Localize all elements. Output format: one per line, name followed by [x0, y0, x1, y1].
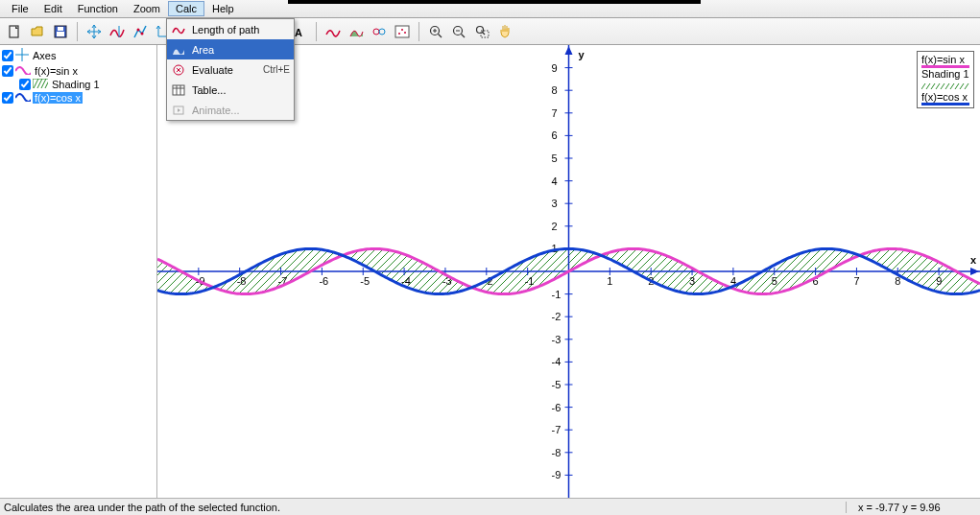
- function-tree: Axesf(x)=sin xShading 1f(x)=cos x: [0, 45, 157, 498]
- tree-checkbox[interactable]: [2, 50, 13, 61]
- animate-icon: [171, 103, 186, 118]
- x-tick-label: 3: [689, 275, 695, 287]
- menu-item-label: Area: [192, 44, 284, 56]
- menu-item-label: Table...: [192, 84, 284, 96]
- sine-blue-icon: [15, 92, 31, 104]
- path-icon: [171, 22, 186, 37]
- y-tick-label: -4: [552, 356, 562, 367]
- tree-checkbox[interactable]: [19, 79, 31, 90]
- y-axis-label: y: [579, 49, 586, 60]
- toolbar: A: [0, 18, 980, 45]
- svg-point-27: [379, 29, 385, 35]
- menu-item-table-[interactable]: Table...: [167, 80, 294, 100]
- menu-item-label: Animate...: [192, 105, 284, 116]
- tb-axes-move[interactable]: [84, 21, 105, 42]
- x-tick-label: 1: [607, 275, 612, 287]
- menu-function[interactable]: Function: [70, 1, 126, 16]
- area-icon: [171, 42, 186, 58]
- menu-item-area[interactable]: Area: [167, 39, 294, 59]
- hatch-icon: [33, 79, 48, 90]
- x-tick-label: 7: [853, 275, 859, 287]
- legend-item: f(x)=cos x: [921, 91, 969, 105]
- statusbar: Calculates the area under the path of th…: [0, 498, 980, 515]
- tb-zoom-in[interactable]: [425, 21, 446, 42]
- title-bar-fragment: [288, 0, 701, 4]
- menu-item-label: Evaluate: [192, 64, 257, 76]
- tree-checkbox[interactable]: [2, 65, 13, 77]
- x-tick-label: -1: [525, 275, 535, 287]
- menu-item-evaluate[interactable]: EvaluateCtrl+E: [167, 59, 294, 80]
- svg-point-15: [141, 32, 144, 35]
- tb-fit[interactable]: [130, 21, 151, 42]
- toolbar-separator: [77, 22, 78, 41]
- legend-item: f(x)=sin x: [921, 54, 969, 68]
- tb-series[interactable]: [392, 21, 413, 42]
- menu-item-label: Length of path: [192, 24, 284, 35]
- x-tick-label: -6: [319, 275, 328, 287]
- tb-zoom-out[interactable]: [448, 21, 469, 42]
- menu-calc[interactable]: Calc: [168, 1, 204, 16]
- menu-item-animate-: Animate...: [167, 100, 294, 120]
- tb-relation[interactable]: [369, 21, 390, 42]
- menu-item-shortcut: Ctrl+E: [263, 64, 290, 75]
- y-tick-label: 3: [552, 198, 558, 209]
- tb-trace[interactable]: [107, 21, 128, 42]
- tree-label: f(x)=sin x: [33, 65, 80, 77]
- tb-new[interactable]: [4, 21, 25, 42]
- tb-insert-func[interactable]: [323, 21, 344, 42]
- tb-zoom-window[interactable]: [471, 21, 492, 42]
- svg-point-31: [404, 32, 406, 34]
- legend-item: Shading 1: [921, 68, 969, 91]
- x-axis-label: x: [970, 254, 977, 266]
- tree-item-axes[interactable]: Axes: [2, 47, 155, 64]
- tree-checkbox[interactable]: [2, 92, 13, 104]
- x-tick-label: -5: [360, 275, 370, 287]
- y-tick-label: -3: [552, 334, 562, 345]
- svg-marker-46: [565, 46, 573, 55]
- menu-zoom[interactable]: Zoom: [126, 1, 168, 16]
- y-tick-label: -8: [552, 447, 562, 458]
- svg-point-39: [477, 26, 484, 33]
- tree-label: f(x)=cos x: [33, 92, 83, 104]
- svg-point-14: [137, 28, 140, 31]
- tree-item-f-x-cos-x[interactable]: f(x)=cos x: [2, 91, 155, 105]
- calc-menu-dropdown: Length of pathAreaEvaluateCtrl+ETable...…: [166, 18, 295, 121]
- y-tick-label: 7: [552, 107, 558, 119]
- svg-rect-1: [173, 85, 184, 95]
- y-tick-label: 8: [552, 84, 558, 96]
- x-tick-label: 5: [772, 275, 777, 287]
- tree-item-shading-1[interactable]: Shading 1: [2, 78, 155, 91]
- menu-item-length-of-path[interactable]: Length of path: [167, 19, 294, 39]
- tree-item-f-x-sin-x[interactable]: f(x)=sin x: [2, 64, 155, 78]
- tb-save[interactable]: [50, 21, 71, 42]
- menu-file[interactable]: File: [4, 1, 36, 16]
- y-tick-label: 6: [552, 129, 558, 141]
- svg-rect-10: [58, 27, 63, 31]
- table-icon: [171, 82, 186, 98]
- y-tick-label: -2: [552, 311, 562, 322]
- sine-pink-icon: [15, 65, 31, 77]
- toolbar-separator: [418, 22, 419, 41]
- tb-pan[interactable]: [494, 21, 515, 42]
- tb-shade[interactable]: [346, 21, 367, 42]
- y-tick-label: -5: [552, 379, 562, 390]
- tree-label: Shading 1: [50, 79, 102, 90]
- menubar: FileEditFunctionZoomCalcHelp: [0, 0, 980, 18]
- svg-line-37: [462, 34, 466, 37]
- svg-point-26: [373, 29, 379, 35]
- tb-open[interactable]: [27, 21, 48, 42]
- menu-edit[interactable]: Edit: [36, 1, 70, 16]
- svg-rect-9: [57, 32, 64, 36]
- x-tick-label: 9: [936, 275, 942, 287]
- y-tick-label: -6: [552, 402, 562, 413]
- axes-icon: [15, 48, 29, 63]
- toolbar-separator: [316, 22, 317, 41]
- y-tick-label: 4: [552, 176, 558, 187]
- tree-label: Axes: [31, 50, 58, 61]
- svg-marker-6: [178, 108, 180, 112]
- menu-help[interactable]: Help: [204, 1, 242, 16]
- y-tick-label: 5: [552, 152, 558, 164]
- svg-text:A: A: [295, 27, 302, 38]
- y-tick-label: -9: [552, 469, 562, 480]
- evaluate-icon: [171, 62, 186, 78]
